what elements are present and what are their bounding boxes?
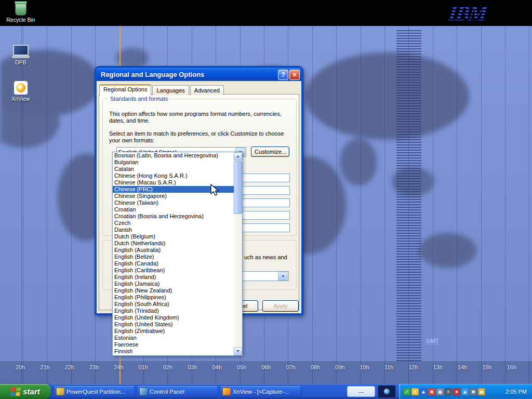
hour-label: 12h (408, 364, 418, 370)
tray-icon-6[interactable]: × (445, 388, 452, 395)
language-option[interactable]: Croatian (Bosnia and Herzegovina) (113, 213, 234, 220)
language-option[interactable]: Danish (113, 227, 234, 233)
hour-label: 03h (188, 364, 197, 370)
hour-label: 21h (40, 364, 49, 370)
language-option[interactable]: Czech (113, 220, 234, 227)
hour-label: 16h (507, 364, 516, 370)
close-button[interactable]: × (289, 70, 300, 80)
dialog-title: Regional and Language Options (101, 71, 277, 78)
laptop-icon (2, 45, 39, 58)
apply-button[interactable]: Apply (262, 300, 299, 312)
combo-dropdown-button[interactable] (278, 272, 288, 281)
top-banner: IBM (0, 0, 532, 26)
tab-advanced[interactable]: Advanced (190, 85, 224, 95)
tab-languages[interactable]: Languages (152, 85, 189, 95)
mouse-cursor (210, 184, 220, 197)
hour-label: 22h (65, 364, 74, 370)
language-option[interactable]: English (Belize) (113, 254, 234, 260)
taskbar-toolbar[interactable]: --- (347, 386, 375, 397)
language-option[interactable]: Bulgarian (113, 159, 234, 166)
taskbar-button-powerquest[interactable]: PowerQuest Partition... (54, 385, 135, 397)
language-option[interactable]: English (Australia) (113, 247, 234, 254)
language-option[interactable]: Chinese (Hong Kong S.A.R.) (113, 172, 234, 179)
hour-label: 13h (433, 364, 443, 370)
desktop-icon-xnview[interactable]: XnView (2, 81, 39, 102)
desktop: 20h21h22h23h24h01h02h03h04h05h06h07h08h0… (0, 0, 532, 399)
language-option[interactable]: English (Zimbabwe) (113, 328, 234, 335)
windows-flag-icon (10, 388, 21, 396)
language-option[interactable]: English (Philippines) (113, 294, 234, 301)
tray-icon-4[interactable]: ■ (428, 388, 435, 395)
xnview-icon (14, 81, 28, 95)
desktop-icon-dpb[interactable]: DPB (2, 45, 39, 65)
scroll-up-button[interactable] (234, 152, 242, 161)
hour-label: 14h (458, 364, 467, 370)
language-option[interactable]: Catalan (113, 166, 234, 172)
language-option[interactable]: English (Trinidad) (113, 308, 234, 314)
hour-label: 04h (212, 364, 222, 370)
task-button-label: PowerQuest Partition... (66, 389, 125, 395)
language-option[interactable]: Croatian (113, 206, 234, 213)
task-button-label: XnView - [<Capture-... (233, 389, 289, 395)
language-dropdown-list: Bosnian (Latin, Bosnia and Herzegovina)B… (112, 152, 243, 356)
tray-icon-10[interactable]: ◆ (478, 388, 485, 395)
language-option[interactable]: Faeroese (113, 341, 234, 348)
desktop-icon-recycle-bin[interactable]: Recycle Bin (2, 2, 39, 23)
hour-label: 06h (261, 364, 271, 370)
scrollbar-thumb[interactable] (234, 161, 242, 214)
language-option[interactable]: English (Jamaica) (113, 281, 234, 287)
tray-icon-9[interactable]: ■ (470, 388, 477, 395)
language-option[interactable]: English (United States) (113, 321, 234, 328)
scroll-down-button[interactable] (234, 347, 242, 355)
taskbar-button-control-panel[interactable]: Control Panel (137, 385, 218, 397)
gmt-label: GMT (426, 338, 438, 344)
arrow-down-icon (236, 350, 240, 352)
language-option[interactable]: English (Canada) (113, 260, 234, 267)
tab-strip: Regional Options Languages Advanced (99, 84, 225, 95)
tray-icon-7[interactable]: ● (453, 388, 460, 395)
language-option[interactable]: Chinese (Taiwan) (113, 200, 234, 206)
ibm-logo: IBM (447, 1, 488, 25)
taskbar-clock[interactable]: 2:05 PM (506, 389, 527, 395)
hour-label: 09h (335, 364, 344, 370)
language-option[interactable]: Bosnian (Latin, Bosnia and Herzegovina) (113, 152, 234, 159)
xnview-icon (222, 388, 231, 395)
language-option[interactable]: Finnish (113, 348, 234, 355)
arrow-up-icon (236, 155, 240, 157)
task-button-label: Control Panel (150, 389, 184, 395)
hour-label: 20h (16, 364, 25, 370)
language-option[interactable]: English (New Zealand) (113, 287, 234, 294)
hour-label: 02h (163, 364, 172, 370)
language-option[interactable]: English (South Africa) (113, 301, 234, 308)
language-option[interactable]: English (Ireland) (113, 274, 234, 281)
tray-icon-2[interactable]: ● (411, 388, 419, 395)
hour-label: 24h (114, 364, 123, 370)
language-option[interactable]: Dutch (Netherlands) (113, 240, 234, 247)
language-option[interactable]: English (Caribbean) (113, 267, 234, 274)
hour-label: 01h (139, 364, 148, 370)
taskbar-button-xnview[interactable]: XnView - [<Capture-... (220, 385, 301, 397)
tab-regional-options[interactable]: Regional Options (99, 84, 151, 96)
taskbar: start PowerQuest Partition...Control Pan… (0, 384, 532, 399)
tray-icon-1[interactable]: ✓ (403, 388, 410, 395)
taskbar-docked-icon[interactable] (378, 385, 395, 397)
chevron-down-icon (282, 275, 285, 277)
date-line-hatch-band (396, 30, 421, 363)
dropdown-scrollbar[interactable] (234, 152, 242, 355)
hour-scale: 20h21h22h23h24h01h02h03h04h05h06h07h08h0… (0, 364, 532, 370)
language-option[interactable]: Estonian (113, 335, 234, 341)
customize-button[interactable]: Customize... (251, 147, 289, 157)
help-button[interactable]: ? (278, 70, 288, 80)
hour-label: 23h (89, 364, 99, 370)
tray-icon-area: ✓●▲■◆×●▲■◆ (403, 388, 485, 395)
language-list: Bosnian (Latin, Bosnia and Herzegovina)B… (113, 152, 234, 355)
language-option[interactable]: English (United Kingdom) (113, 314, 234, 321)
dialog-titlebar[interactable]: Regional and Language Options ? × (97, 68, 301, 81)
tray-icon-8[interactable]: ▲ (461, 388, 469, 395)
tray-icon-3[interactable]: ▲ (420, 388, 427, 395)
tray-icon-5[interactable]: ◆ (436, 388, 444, 395)
powerquest-icon (56, 388, 64, 395)
language-option[interactable]: Dutch (Belgium) (113, 233, 234, 240)
start-button[interactable]: start (0, 384, 51, 399)
location-text-fragment: uch as news and (244, 254, 287, 260)
